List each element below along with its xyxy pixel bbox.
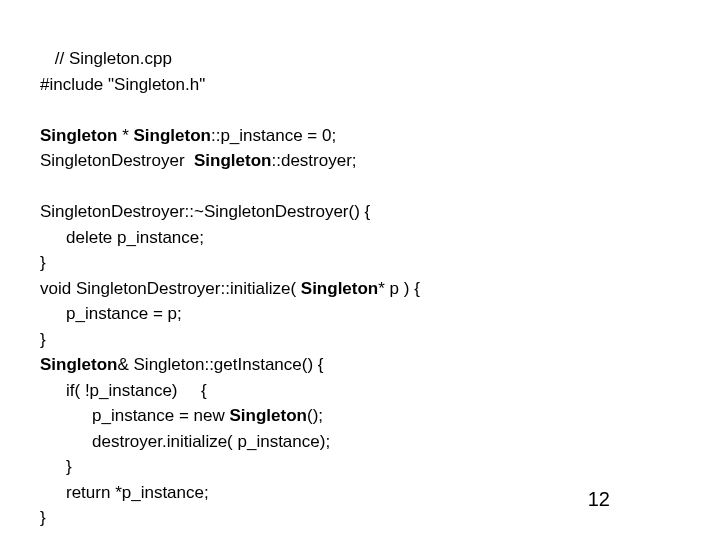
keyword: Singleton: [134, 126, 211, 145]
code-line: SingletonDestroyer::~SingletonDestroyer(…: [40, 199, 680, 225]
code-line: // Singleton.cpp: [40, 46, 680, 72]
code-line: if( !p_instance) {: [40, 378, 680, 404]
code-line: destroyer.initialize( p_instance);: [40, 429, 680, 455]
code-line-blank: [40, 174, 680, 200]
code-line: }: [40, 250, 680, 276]
code-line: return *p_instance;: [40, 480, 680, 506]
code-line-blank: [40, 97, 680, 123]
text: ();: [307, 406, 323, 425]
code-line: p_instance = new Singleton();: [40, 403, 680, 429]
code-slide: // Singleton.cpp #include "Singleton.h" …: [0, 0, 720, 531]
text: p_instance = new: [92, 406, 230, 425]
code-line: SingletonDestroyer Singleton::destroyer;: [40, 148, 680, 174]
code-line: void SingletonDestroyer::initialize( Sin…: [40, 276, 680, 302]
code-line: }: [40, 327, 680, 353]
text: * p ) {: [378, 279, 420, 298]
keyword: Singleton: [230, 406, 307, 425]
text: *: [117, 126, 133, 145]
keyword: Singleton: [40, 355, 117, 374]
keyword: Singleton: [194, 151, 271, 170]
text: & Singleton::getInstance() {: [117, 355, 323, 374]
keyword: Singleton: [301, 279, 378, 298]
code-line: p_instance = p;: [40, 301, 680, 327]
text: ::p_instance = 0;: [211, 126, 336, 145]
text: void SingletonDestroyer::initialize(: [40, 279, 301, 298]
text: SingletonDestroyer: [40, 151, 194, 170]
code-line: #include "Singleton.h": [40, 72, 680, 98]
page-number: 12: [588, 484, 610, 514]
code-line: }: [40, 454, 680, 480]
code-line: delete p_instance;: [40, 225, 680, 251]
code-line: }: [40, 505, 680, 531]
code-line: Singleton& Singleton::getInstance() {: [40, 352, 680, 378]
text: ::destroyer;: [271, 151, 356, 170]
keyword: Singleton: [40, 126, 117, 145]
code-line: Singleton * Singleton::p_instance = 0;: [40, 123, 680, 149]
